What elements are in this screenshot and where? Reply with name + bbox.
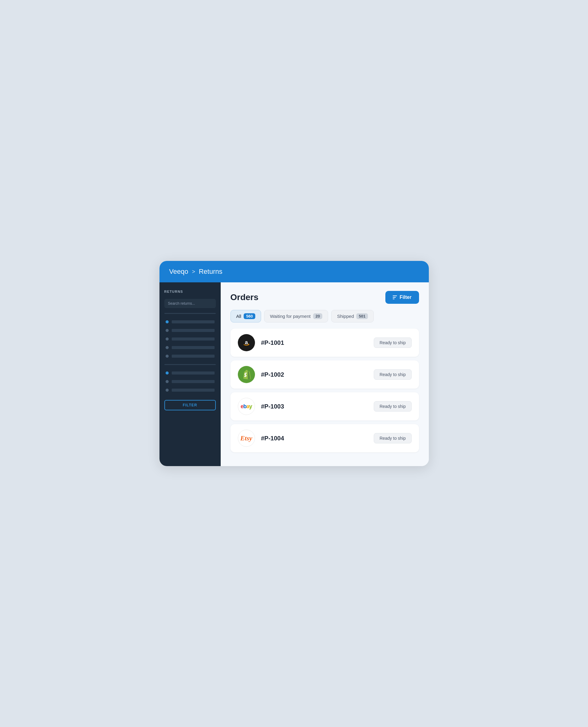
order-id-1002: #P-1002 [261, 371, 368, 378]
amazon-logo: a [238, 334, 255, 351]
sidebar-dot-inactive-1 [166, 329, 169, 332]
order-card-1004[interactable]: Etsy #P-1004 Ready to ship [230, 424, 419, 452]
tab-waiting-payment-label: Waiting for payment [270, 314, 311, 319]
sidebar-divider-1 [164, 313, 216, 314]
order-card-1002[interactable]: #P-1002 Ready to ship [230, 360, 419, 389]
sidebar-line-5 [172, 355, 214, 358]
filter-icon [393, 296, 397, 299]
brand-name: Veeqo [169, 268, 188, 276]
breadcrumb-separator: > [192, 268, 195, 275]
sidebar-item-7[interactable] [164, 379, 216, 385]
tab-all[interactable]: All 560 [230, 310, 261, 322]
status-tabs: All 560 Waiting for payment 20 Shipped 5… [230, 310, 419, 322]
filter-button-label: Filter [399, 295, 412, 300]
ebay-logo: ebay [238, 398, 255, 415]
sidebar-dot-inactive-3 [166, 346, 169, 349]
sidebar-dot-active-2 [166, 371, 169, 375]
order-status-1004: Ready to ship [374, 433, 412, 443]
sidebar: RETURNS [160, 282, 221, 466]
sidebar-dot-inactive-4 [166, 355, 169, 358]
filter-action-button[interactable]: Filter [385, 291, 419, 304]
sidebar-dot-inactive-5 [166, 380, 169, 383]
tab-shipped-label: Shipped [337, 314, 354, 319]
search-input[interactable] [164, 299, 216, 308]
sidebar-line-2 [172, 329, 214, 332]
tab-all-badge: 560 [244, 313, 255, 319]
sidebar-line-6 [172, 371, 214, 375]
main-layout: RETURNS [160, 282, 429, 466]
svg-text:a: a [245, 339, 248, 345]
order-status-1001: Ready to ship [374, 338, 412, 348]
shopify-logo [238, 366, 255, 383]
sidebar-divider-2 [164, 364, 216, 365]
tab-waiting-payment[interactable]: Waiting for payment 20 [264, 310, 328, 322]
order-status-1003: Ready to ship [374, 401, 412, 411]
card-container: Veeqo > Returns RETURNS [160, 261, 429, 466]
tab-all-label: All [236, 314, 241, 319]
page-title: Returns [198, 268, 222, 276]
sidebar-item-2[interactable] [164, 327, 216, 334]
order-id-1003: #P-1003 [261, 403, 368, 410]
sidebar-dot-active [166, 320, 169, 323]
order-card-1001[interactable]: a #P-1001 Ready to ship [230, 328, 419, 357]
sidebar-line-8 [172, 389, 214, 392]
order-id-1001: #P-1001 [261, 339, 368, 346]
content-area: Orders Filter All 560 Waiting [221, 282, 429, 466]
sidebar-filter-button[interactable]: FILTER [164, 400, 216, 410]
etsy-logo: Etsy [238, 430, 255, 447]
sidebar-item-1[interactable] [164, 319, 216, 325]
sidebar-line-7 [172, 380, 214, 383]
order-card-1003[interactable]: ebay #P-1003 Ready to ship [230, 392, 419, 421]
sidebar-line-4 [172, 346, 214, 349]
tab-shipped[interactable]: Shipped 501 [331, 310, 374, 322]
sidebar-item-6[interactable] [164, 370, 216, 376]
header-bar: Veeqo > Returns [160, 261, 429, 282]
orders-list: a #P-1001 Ready to ship [230, 328, 419, 452]
sidebar-dot-inactive-6 [166, 389, 169, 392]
content-header: Orders Filter [230, 291, 419, 304]
sidebar-title: RETURNS [164, 290, 216, 294]
tab-shipped-badge: 501 [356, 313, 368, 319]
sidebar-item-4[interactable] [164, 344, 216, 351]
sidebar-group-1 [164, 319, 216, 359]
sidebar-item-5[interactable] [164, 353, 216, 359]
sidebar-line-3 [172, 338, 214, 341]
tab-waiting-payment-badge: 20 [313, 313, 322, 319]
outer-wrapper: Veeqo > Returns RETURNS [147, 243, 441, 484]
order-status-1002: Ready to ship [374, 369, 412, 380]
sidebar-item-3[interactable] [164, 336, 216, 342]
sidebar-item-8[interactable] [164, 387, 216, 393]
sidebar-line-1 [172, 320, 214, 323]
orders-title: Orders [230, 292, 259, 302]
sidebar-group-2 [164, 370, 216, 393]
order-id-1004: #P-1004 [261, 435, 368, 442]
sidebar-dot-inactive-2 [166, 338, 169, 341]
